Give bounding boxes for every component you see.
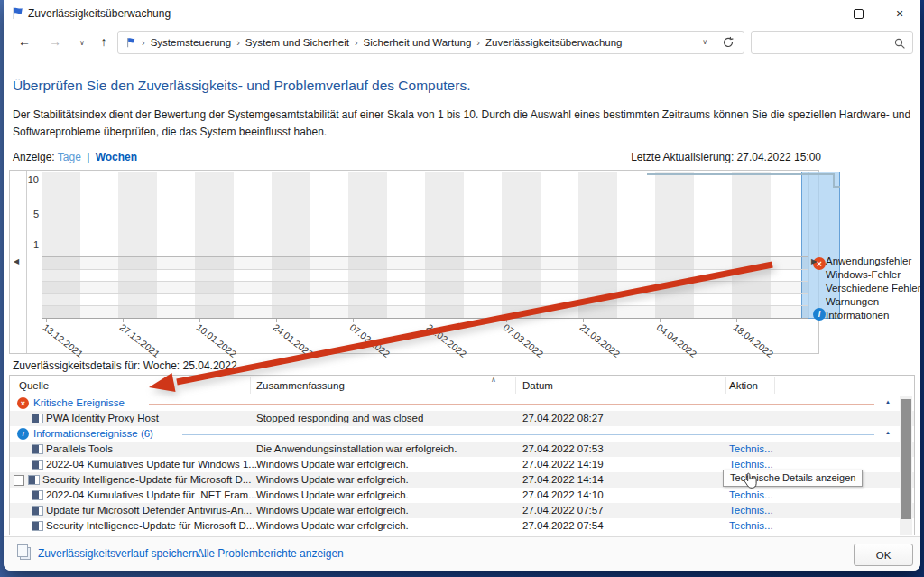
technical-details-link[interactable]: Technis...: [729, 459, 773, 470]
cell-source: PWA Identity Proxy Host: [46, 413, 159, 423]
history-dropdown-icon[interactable]: ∨: [72, 39, 92, 47]
band-row-3: [42, 293, 808, 306]
view-selector: Anzeige: Tage | Wochen: [13, 151, 137, 163]
breadcrumb[interactable]: ›Systemsteuerung›System und Sicherheit›S…: [117, 31, 744, 54]
cell-source: Update für Microsoft Defender Antivirus-…: [46, 505, 252, 516]
band-row-0: [42, 257, 808, 269]
table-scrollbar[interactable]: [900, 396, 912, 535]
breadcrumb-flag-icon: [125, 37, 136, 48]
maximize-icon: [854, 9, 864, 19]
minimize-button[interactable]: [796, 0, 837, 27]
reliability-details-table: Quelle Zusammenfassung Datum Aktion ∧ ×K…: [9, 375, 915, 535]
group-collapse-icon[interactable]: ▲: [885, 399, 891, 405]
breadcrumb-item-0[interactable]: Systemsteuerung: [151, 37, 232, 48]
reliability-monitor-window: Zuverlässigkeitsüberwachung × ← → ∨ ↑ ›S…: [4, 0, 920, 571]
refresh-icon[interactable]: [722, 36, 735, 52]
view-weeks-link[interactable]: Wochen: [96, 151, 137, 163]
chart-plot-area: × i: [42, 172, 809, 319]
search-icon[interactable]: [894, 37, 906, 53]
information-icon[interactable]: i: [813, 308, 826, 321]
band-row-2: [42, 281, 808, 293]
chart-left-scroll-strip[interactable]: ◀: [10, 171, 27, 353]
up-icon[interactable]: ↑: [94, 34, 114, 49]
view-days-link[interactable]: Tage: [58, 151, 81, 163]
table-row-1[interactable]: PWA Identity Proxy HostStopped respondin…: [10, 411, 914, 426]
column-separator: [725, 377, 726, 394]
cell-date: 27.04.2022 07:54: [522, 520, 604, 531]
breadcrumb-item-1[interactable]: System und Sicherheit: [245, 37, 349, 48]
save-history-link[interactable]: Zuverlässigkeitsverlauf speichern...: [38, 547, 207, 560]
breadcrumb-item-3[interactable]: Zuverlässigkeitsüberwachung: [485, 37, 623, 48]
table-header: Quelle Zusammenfassung Datum Aktion ∧: [10, 376, 914, 396]
breadcrumb-separator-icon: ›: [236, 37, 240, 48]
search-input[interactable]: [757, 33, 892, 53]
cell-source: 2022-04 Kumulatives Update für Windows 1…: [46, 459, 257, 470]
cell-summary: Windows Update war erfolgreich.: [256, 505, 409, 516]
chart-y-axis: 10 5 1: [26, 171, 42, 353]
forward-icon[interactable]: →: [45, 34, 65, 49]
application-icon: [32, 460, 43, 470]
maximize-button[interactable]: [837, 0, 879, 27]
technical-details-link[interactable]: Technis...: [729, 505, 773, 516]
column-separator: [774, 377, 775, 394]
table-row-0[interactable]: ×Kritische Ereignisse▲: [10, 396, 914, 411]
cell-date: 27.04.2022 14:10: [522, 489, 604, 500]
x-axis-date-label: 27.12.2021: [118, 321, 162, 359]
flag-icon: [11, 6, 24, 23]
group-label: Kritische Ereignisse: [33, 397, 125, 408]
page-title: Überprüfen Sie den Zuverlässigkeits- und…: [13, 78, 470, 94]
table-row-6[interactable]: 2022-04 Kumulatives Update für .NET Fram…: [10, 488, 914, 503]
close-button[interactable]: ×: [879, 0, 920, 27]
navigation-bar: ← → ∨ ↑ ›Systemsteuerung›System und Sich…: [4, 27, 920, 60]
y-tick-10: 10: [28, 174, 39, 185]
chart-row-label-1: Windows-Fehler: [826, 268, 920, 282]
row-checkbox[interactable]: [14, 475, 24, 486]
view-all-reports-link[interactable]: Alle Problemberichte anzeigen: [197, 547, 344, 560]
scroll-left-icon[interactable]: ◀: [14, 257, 19, 265]
column-header-aktion[interactable]: Aktion: [729, 380, 758, 391]
ok-button[interactable]: OK: [854, 544, 913, 566]
stability-index-line-drop: [833, 173, 835, 187]
column-header-zusammenfassung[interactable]: Zusammenfassung: [256, 380, 345, 391]
cell-source: Security Intelligence-Update für Microso…: [46, 520, 254, 531]
critical-group-icon: ×: [17, 397, 29, 409]
technical-details-link[interactable]: Technis...: [729, 520, 773, 531]
table-row-2[interactable]: iInformationsereignisse (6)▲: [10, 426, 914, 442]
information-group-icon: i: [17, 428, 29, 440]
chart-row-label-3: Warnungen: [826, 295, 920, 309]
column-header-quelle[interactable]: Quelle: [19, 380, 49, 391]
group-collapse-icon[interactable]: ▲: [885, 430, 891, 435]
x-axis-date-label: 21.03.2022: [578, 321, 623, 359]
sort-ascending-icon: ∧: [491, 376, 496, 384]
last-update-label: Letzte Aktualisierung: 27.04.2022 15:00: [631, 151, 821, 163]
page-description: Der Stabilitätsindex dient der Bewertung…: [13, 107, 915, 141]
back-icon[interactable]: ←: [14, 34, 34, 49]
table-row-8[interactable]: Security Intelligence-Update für Microso…: [10, 518, 914, 534]
x-axis-date-label: 04.04.2022: [655, 321, 699, 359]
cell-summary: Windows Update war erfolgreich.: [256, 489, 409, 500]
event-rows-band: [42, 256, 808, 319]
column-header-datum[interactable]: Datum: [522, 380, 553, 391]
search-box[interactable]: [751, 31, 913, 54]
breadcrumb-separator-icon: ›: [355, 37, 358, 48]
group-rule: [182, 434, 874, 435]
x-axis-date-label: 18.04.2022: [732, 321, 776, 359]
window-footer: Zuverlässigkeitsverlauf speichern... All…: [4, 536, 920, 571]
application-icon: [28, 475, 40, 485]
scroll-right-icon[interactable]: ▶: [811, 257, 817, 265]
breadcrumb-dropdown-icon[interactable]: ∨: [702, 38, 707, 46]
breadcrumb-separator-icon: ›: [142, 37, 145, 48]
x-axis-date-label: 07.03.2022: [502, 321, 546, 359]
view-label: Anzeige:: [13, 151, 55, 163]
technical-details-link[interactable]: Technis...: [729, 443, 773, 454]
chart-row-label-0: Anwendungsfehler: [826, 255, 920, 268]
cell-date: 27.04.2022 08:27: [522, 413, 604, 423]
cell-date: 27.04.2022 14:14: [522, 474, 604, 485]
column-separator: [250, 377, 251, 394]
save-report-icon: [20, 547, 31, 560]
group-rule: [149, 404, 874, 405]
scrollbar-thumb[interactable]: [901, 399, 911, 519]
breadcrumb-item-2[interactable]: Sicherheit und Wartung: [364, 37, 472, 48]
table-row-7[interactable]: Update für Microsoft Defender Antivirus-…: [10, 503, 914, 518]
table-row-3[interactable]: Parallels ToolsDie Anwendungsinstallatio…: [10, 442, 914, 457]
